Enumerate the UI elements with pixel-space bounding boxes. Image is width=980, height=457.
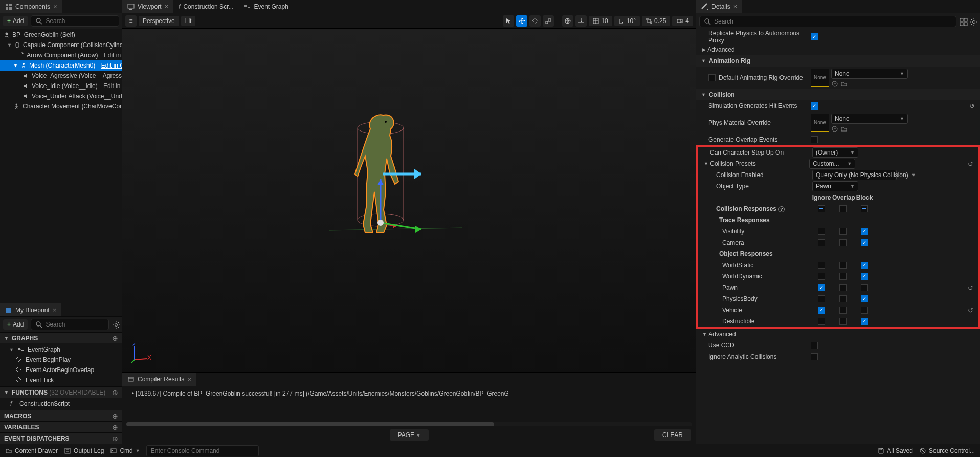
tab-components[interactable]: Components × [0, 0, 62, 13]
edit-cpp-link[interactable]: Edit in C++ [104, 52, 122, 59]
anim-rig-dropdown[interactable]: None▼ [831, 69, 908, 79]
tab-compiler-results[interactable]: Compiler Results × [122, 373, 196, 386]
scale-snap-toggle[interactable]: 0.25 [642, 16, 670, 26]
camera-speed-toggle[interactable]: 4 [672, 16, 693, 26]
tree-voice-underattack[interactable]: Voice_Under Attack (Voice__UnderA [0, 91, 122, 101]
search-input[interactable] [714, 18, 952, 25]
content-drawer-button[interactable]: Content Drawer [5, 447, 58, 454]
scrollbar-horizontal[interactable] [126, 422, 494, 426]
physicsbody-ignore[interactable] [818, 295, 825, 302]
console-command-input[interactable] [146, 445, 259, 456]
destructible-ignore[interactable] [818, 318, 825, 325]
checkbox-use-ccd[interactable] [811, 342, 818, 349]
add-function-button[interactable]: ⊕ [112, 388, 118, 397]
viewport-3d[interactable]: Z X [122, 29, 696, 372]
can-step-up-dropdown[interactable]: (Owner)▼ [812, 147, 858, 158]
globe-toggle-button[interactable] [562, 15, 573, 27]
browse-icon[interactable] [840, 125, 848, 133]
close-icon[interactable]: × [164, 3, 168, 10]
close-icon[interactable]: × [187, 376, 191, 383]
section-functions[interactable]: ▼ FUNCTIONS (32 OVERRIDABLE) ⊕ [0, 386, 122, 398]
source-control-button[interactable]: Source Control... [919, 447, 975, 454]
angle-snap-toggle[interactable]: 10° [614, 16, 640, 26]
components-search[interactable] [31, 15, 119, 27]
cmd-dropdown[interactable]: Cmd ▼ [110, 447, 140, 454]
tree-mesh[interactable]: ▼ Mesh (CharacterMesh0) Edit in C++ [0, 60, 122, 71]
add-dispatcher-button[interactable]: ⊕ [112, 434, 118, 443]
surface-snap-button[interactable] [575, 15, 587, 27]
checkbox-ignore-analytic[interactable] [811, 353, 818, 360]
visibility-ignore[interactable] [818, 228, 825, 235]
help-icon[interactable]: ? [778, 206, 785, 212]
category-collision[interactable]: ▼ Collision [696, 89, 980, 100]
visibility-overlap[interactable] [839, 228, 847, 235]
tab-my-blueprint[interactable]: My Blueprint × [0, 303, 61, 316]
checkbox-overlap-all[interactable] [839, 205, 847, 212]
tab-event-graph[interactable]: Event Graph [238, 0, 293, 13]
vehicle-ignore[interactable] [818, 307, 825, 314]
section-graphs[interactable]: ▼ GRAPHS ⊕ [0, 332, 122, 343]
grid-snap-toggle[interactable]: 10 [589, 16, 612, 26]
pawn-overlap[interactable] [839, 284, 847, 291]
property-matrix-icon[interactable] [960, 18, 967, 25]
object-type-dropdown[interactable]: Pawn▼ [812, 181, 858, 191]
function-constructionscript[interactable]: f ConstructionScript [0, 399, 122, 409]
search-input[interactable] [46, 321, 104, 328]
advanced-toggle[interactable]: ▼ Advanced [696, 329, 980, 340]
gear-icon[interactable] [112, 321, 119, 328]
phys-material-dropdown[interactable]: None▼ [831, 114, 908, 124]
close-icon[interactable]: × [53, 306, 57, 314]
collision-enabled-dropdown[interactable]: Query Only (No Physics Collision)▼ [812, 170, 897, 180]
checkbox-block-all[interactable] [861, 205, 868, 212]
add-graph-button[interactable]: ⊕ [112, 334, 118, 342]
use-selected-icon[interactable] [831, 80, 838, 88]
browse-icon[interactable] [840, 80, 848, 88]
tab-details[interactable]: Details × [696, 0, 742, 13]
reset-to-default-icon[interactable]: ↺ [968, 307, 976, 314]
blueprint-search[interactable] [31, 319, 109, 330]
tab-viewport[interactable]: Viewport × [122, 0, 173, 13]
tree-capsule[interactable]: ▼ Capsule Component (CollisionCylinder) [0, 40, 122, 50]
camera-overlap[interactable] [839, 239, 847, 246]
worldstatic-ignore[interactable] [818, 262, 825, 269]
section-macros[interactable]: MACROS ⊕ [0, 410, 122, 421]
tree-character-movement[interactable]: Character Movement (CharMoveComp) [0, 101, 122, 112]
physicsbody-block[interactable] [861, 295, 868, 302]
event-tick[interactable]: Event Tick [0, 375, 122, 385]
section-dispatchers[interactable]: EVENT DISPATCHERS ⊕ [0, 432, 122, 444]
scale-tool-button[interactable] [543, 15, 554, 27]
tree-voice-agressive[interactable]: Voice_Agressive (Voice__Agressive [0, 71, 122, 81]
checkbox-replicate-physics[interactable] [811, 33, 818, 40]
checkbox-default-anim-rig[interactable] [708, 74, 716, 81]
advanced-toggle[interactable]: ▶ Advanced [696, 44, 980, 55]
event-actorbeginoverlap[interactable]: Event ActorBeginOverlap [0, 365, 122, 375]
vehicle-block[interactable] [861, 307, 868, 314]
tree-voice-idle[interactable]: Voice_Idle (Voice__Idle) Edit in C++ [0, 81, 122, 91]
gear-icon[interactable] [970, 18, 977, 25]
category-animation-rig[interactable]: ▼ Animation Rig [696, 55, 980, 67]
close-icon[interactable]: × [53, 3, 57, 10]
pawn-block[interactable] [861, 284, 868, 291]
camera-ignore[interactable] [818, 239, 825, 246]
edit-cpp-link[interactable]: Edit in C++ [103, 82, 122, 90]
event-beginplay[interactable]: Event BeginPlay [0, 355, 122, 365]
checkbox-ignore-all[interactable] [818, 205, 825, 212]
pawn-ignore[interactable] [818, 284, 825, 291]
output-log-button[interactable]: Output Log [64, 447, 104, 454]
translate-tool-button[interactable] [516, 15, 527, 27]
checkbox-sim-hit[interactable] [811, 102, 818, 110]
destructible-overlap[interactable] [839, 318, 847, 325]
lit-dropdown[interactable]: Lit [181, 16, 196, 26]
add-component-button[interactable]: + Add [3, 16, 28, 26]
asset-thumbnail[interactable]: None [811, 69, 829, 87]
add-macro-button[interactable]: ⊕ [112, 412, 118, 420]
page-dropdown[interactable]: PAGE ▼ [390, 429, 429, 441]
asset-thumbnail[interactable]: None [811, 114, 829, 132]
viewport-options-button[interactable]: ≡ [125, 15, 137, 27]
tree-root[interactable]: BP_GreenGoblin (Self) [0, 30, 122, 40]
reset-to-default-icon[interactable]: ↺ [968, 284, 976, 292]
collision-presets-dropdown[interactable]: Custom...▼ [809, 159, 855, 169]
camera-block[interactable] [861, 239, 868, 246]
checkbox-generate-overlap[interactable] [811, 136, 818, 143]
worlddynamic-overlap[interactable] [839, 273, 847, 280]
